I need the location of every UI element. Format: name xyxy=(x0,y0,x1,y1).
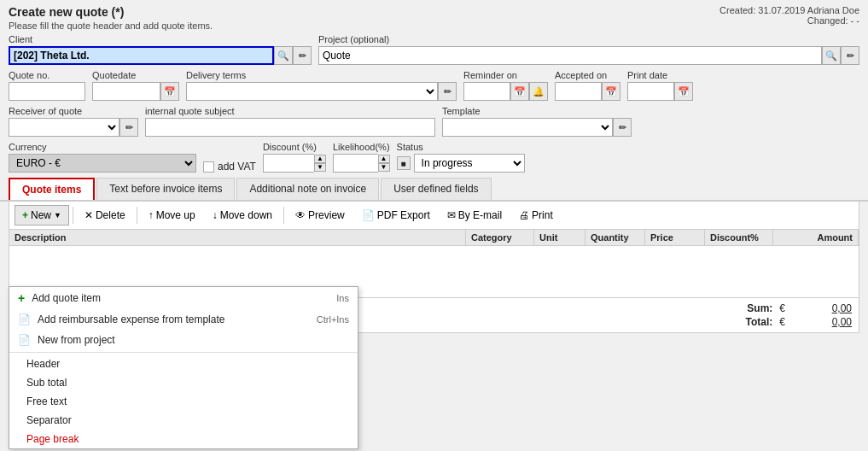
by-email-button[interactable]: ✉ By E-mail xyxy=(440,205,510,226)
print-date-label: Print date xyxy=(627,70,693,80)
add-item-shortcut: Ins xyxy=(336,293,349,303)
likelihood-input[interactable]: 0 xyxy=(333,154,378,173)
sum-value: 0,00 xyxy=(792,302,852,314)
template-edit-btn[interactable]: ✏ xyxy=(613,118,632,137)
preview-label: Preview xyxy=(308,209,345,221)
delivery-terms-select[interactable] xyxy=(186,82,438,101)
created-info: Created: 31.07.2019 Adriana Doe xyxy=(719,5,859,15)
currency-select[interactable]: EURO - € xyxy=(9,154,196,173)
th-discount: Discount% xyxy=(705,230,773,245)
dropdown-add-quote-item[interactable]: + Add quote item Ins xyxy=(9,287,358,309)
dropdown-add-reimbursable[interactable]: 📄 Add reimbursable expense from template… xyxy=(9,309,358,330)
accepted-on-cal-btn[interactable]: 📅 xyxy=(602,82,620,101)
reminder-label: Reminder on xyxy=(463,70,548,80)
reminder-bell-btn[interactable]: 🔔 xyxy=(529,82,548,101)
new-from-project-label: New from project xyxy=(38,334,115,346)
discount-spin-up[interactable]: ▲ xyxy=(314,155,326,163)
dropdown-page-break[interactable]: Page break xyxy=(9,430,358,448)
quotedate-input[interactable]: 31.07.2019 xyxy=(92,82,160,101)
likelihood-spin-up[interactable]: ▲ xyxy=(378,155,390,163)
client-project-row: Client 🔍 ✏ Project (optional) 🔍 ✏ xyxy=(9,34,859,65)
delete-button[interactable]: ✕ Delete xyxy=(77,205,133,226)
likelihood-spinner: ▲ ▼ xyxy=(378,155,390,172)
reminder-group: Reminder on ... 📅 🔔 xyxy=(463,70,548,101)
dropdown-header[interactable]: Header xyxy=(9,354,358,373)
reminder-cal-btn[interactable]: 📅 xyxy=(510,82,529,101)
tab-additional-note[interactable]: Additional note on invoice xyxy=(236,178,379,200)
toolbar-sep-2 xyxy=(137,207,137,224)
client-search-btn[interactable]: 🔍 xyxy=(274,46,293,65)
add-vat-checkbox[interactable] xyxy=(203,161,214,173)
print-label: Print xyxy=(532,209,553,221)
quote-no-input[interactable]: 2015-0025 xyxy=(9,82,85,101)
print-date-cal-btn[interactable]: 📅 xyxy=(674,82,693,101)
discount-input-group: 0,00 ▲ ▼ xyxy=(263,154,326,173)
sum-label: Sum: xyxy=(747,302,772,314)
tab-quote-items[interactable]: Quote items xyxy=(9,178,95,200)
project-edit-btn[interactable]: ✏ xyxy=(841,46,859,65)
form-header: Create new quote (*) Please fill the quo… xyxy=(9,5,213,31)
accepted-on-input[interactable]: ... xyxy=(555,82,602,101)
tab-user-defined[interactable]: User defined fields xyxy=(381,178,491,200)
dropdown-menu: + Add quote item Ins 📄 Add reimbursable … xyxy=(9,286,358,449)
total-label: Total: xyxy=(746,316,773,328)
tabs-row: Quote items Text before invoice items Ad… xyxy=(0,178,868,202)
likelihood-input-group: 0 ▲ ▼ xyxy=(333,154,390,173)
move-down-button[interactable]: ↓ Move down xyxy=(205,205,280,226)
template-select[interactable] xyxy=(442,118,613,137)
add-vat-row: add VAT xyxy=(203,161,256,173)
print-date-input-group: ... 📅 xyxy=(627,82,693,101)
discount-label: Discount (%) xyxy=(263,142,326,152)
project-search-btn[interactable]: 🔍 xyxy=(822,46,841,65)
delivery-terms-btn[interactable]: ✏ xyxy=(438,82,457,101)
project-field-group: Project (optional) 🔍 ✏ xyxy=(318,34,859,65)
preview-button[interactable]: 👁 Preview xyxy=(288,205,352,226)
print-date-input[interactable]: ... xyxy=(627,82,674,101)
internal-subject-input[interactable] xyxy=(145,118,435,137)
print-button[interactable]: 🖨 Print xyxy=(511,205,561,226)
receiver-select[interactable] xyxy=(9,118,119,137)
add-item-label: Add quote item xyxy=(32,292,101,304)
new-button[interactable]: + New ▼ xyxy=(15,205,69,226)
receiver-edit-btn[interactable]: ✏ xyxy=(119,118,138,137)
th-amount: Amount xyxy=(773,230,859,245)
client-input[interactable] xyxy=(9,46,274,65)
new-label: New xyxy=(31,209,51,221)
top-bar: Create new quote (*) Please fill the quo… xyxy=(0,0,868,34)
move-up-button[interactable]: ↑ Move up xyxy=(141,205,203,226)
likelihood-group: Likelihood(%) 0 ▲ ▼ xyxy=(333,142,390,173)
tab-text-before[interactable]: Text before invoice items xyxy=(96,178,235,200)
quotedate-cal-btn[interactable]: 📅 xyxy=(160,82,179,101)
quotedate-input-group: 31.07.2019 📅 xyxy=(92,82,179,101)
client-edit-btn[interactable]: ✏ xyxy=(293,46,312,65)
quote-details-row: Quote no. 2015-0025 Quotedate 31.07.2019… xyxy=(9,70,859,101)
th-category: Category xyxy=(466,230,534,245)
discount-spin-down[interactable]: ▼ xyxy=(314,163,326,172)
dropdown-new-from-project[interactable]: 📄 New from project xyxy=(9,330,358,350)
table-header: Description Category Unit Quantity Price… xyxy=(9,230,859,246)
discount-group: Discount (%) 0,00 ▲ ▼ xyxy=(263,142,326,173)
project-input-group: 🔍 ✏ xyxy=(318,46,859,65)
toolbar-sep-3 xyxy=(283,207,284,224)
receiver-label: Receiver of quote xyxy=(9,106,138,116)
dropdown-free-text[interactable]: Free text xyxy=(9,392,358,411)
reimbursable-label: Add reimbursable expense from template xyxy=(38,313,224,325)
internal-subject-label: internal quote subject xyxy=(145,106,435,116)
pdf-export-button[interactable]: 📄 PDF Export xyxy=(354,205,438,226)
project-icon: 📄 xyxy=(18,334,31,346)
discount-spinner: ▲ ▼ xyxy=(314,155,326,172)
status-select[interactable]: In progress xyxy=(414,154,525,173)
quote-no-label: Quote no. xyxy=(9,70,85,80)
reminder-input[interactable]: ... xyxy=(463,82,510,101)
dropdown-subtotal[interactable]: Sub total xyxy=(9,373,358,392)
dropdown-sep-1 xyxy=(9,352,358,353)
sum-currency: € xyxy=(779,302,785,314)
new-icon: + xyxy=(22,209,28,221)
delivery-terms-label: Delivery terms xyxy=(186,70,457,80)
dropdown-separator-item[interactable]: Separator xyxy=(9,411,358,430)
currency-group: Currency EURO - € xyxy=(9,142,196,173)
status-group: Status ■ In progress xyxy=(397,142,525,173)
project-input[interactable] xyxy=(318,46,822,65)
likelihood-spin-down[interactable]: ▼ xyxy=(378,163,390,172)
discount-input[interactable]: 0,00 xyxy=(263,154,314,173)
